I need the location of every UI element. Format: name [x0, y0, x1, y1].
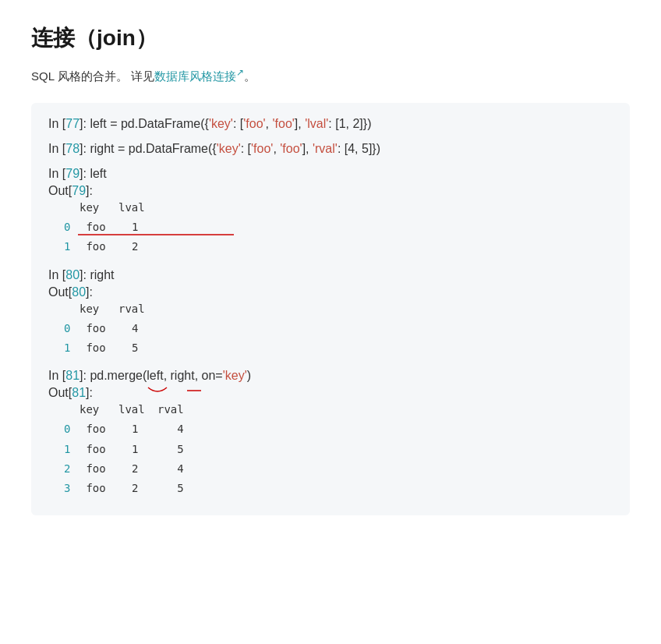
cell-81: In [81]: pd.merge(left, right, on='key')… [48, 369, 613, 498]
page-title: 连接（join） [31, 23, 630, 53]
prompt-80-in: In [80]: [48, 268, 90, 281]
prompt-78: In [78]: [48, 142, 90, 155]
out-81-label: Out[81]: [48, 386, 613, 400]
code-80: right [90, 268, 114, 281]
df-81-row-0: 0 foo 1 4 [64, 419, 613, 439]
intro-text: SQL 风格的合并。 详见 [31, 69, 154, 83]
code-81: pd.merge(left, right, on='key') [90, 369, 251, 382]
df-81-header: keylvalrval [64, 400, 613, 419]
df-80-header: keyrval [64, 299, 613, 319]
cell-77: In [77]: left = pd.DataFrame({'key': ['f… [48, 117, 613, 131]
code-section: In [77]: left = pd.DataFrame({'key': ['f… [31, 103, 630, 515]
cell-77-input: In [77]: left = pd.DataFrame({'key': ['f… [48, 117, 613, 131]
intro-end: 。 [244, 69, 256, 83]
merge-annotation-svg [140, 384, 296, 400]
df-81: keylvalrval 0 foo 1 4 1 foo 1 5 2 foo [48, 400, 613, 498]
df-79-row-1: 1 foo 2 [64, 237, 613, 257]
intro-paragraph: SQL 风格的合并。 详见数据库风格连接↗。 [31, 67, 630, 84]
cell-80: In [80]: right Out[80]: keyrval 0 foo 4 … [48, 268, 613, 359]
code-78: right = pd.DataFrame({'key': ['foo', 'fo… [90, 142, 380, 155]
prompt-81-in: In [81]: [48, 369, 90, 382]
code-79: left [90, 167, 106, 180]
cell-80-input: In [80]: right [48, 268, 613, 282]
df-80-row-1: 1 foo 5 [64, 338, 613, 358]
cell-80-output: Out[80]: keyrval 0 foo 4 1 foo 5 [48, 285, 613, 359]
cell-81-input: In [81]: pd.merge(left, right, on='key') [48, 369, 613, 383]
out-79-label: Out[79]: [48, 184, 613, 198]
out-80-label: Out[80]: [48, 285, 613, 299]
cell-78-input: In [78]: right = pd.DataFrame({'key': ['… [48, 142, 613, 156]
cell-78: In [78]: right = pd.DataFrame({'key': ['… [48, 142, 613, 156]
df-79-row-0: 0 foo 1 [64, 218, 613, 237]
prompt-79-in: In [79]: [48, 167, 90, 180]
df-81-row-2: 2 foo 2 4 [64, 459, 613, 479]
cell-79-input: In [79]: left [48, 167, 613, 181]
cell-79: In [79]: left Out[79]: keylval 0 foo 1 [48, 167, 613, 257]
df-79: keylval 0 foo 1 1 foo 2 [48, 198, 613, 257]
df-81-row-3: 3 foo 2 5 [64, 479, 613, 498]
df-79-header: keylval [64, 198, 613, 218]
prompt-77: In [77]: [48, 117, 90, 130]
cell-79-output: Out[79]: keylval 0 foo 1 1 foo [48, 184, 613, 257]
df-80-row-0: 0 foo 4 [64, 319, 613, 338]
df-81-row-1: 1 foo 1 5 [64, 440, 613, 459]
code-77: left = pd.DataFrame({'key': ['foo', 'foo… [90, 117, 371, 130]
cell-81-output: Out[81]: keylvalrval 0 foo 1 4 1 foo 1 5 [48, 386, 613, 498]
db-join-link[interactable]: 数据库风格连接↗ [154, 69, 244, 83]
red-underline-annotation [64, 232, 259, 239]
df-80: keyrval 0 foo 4 1 foo 5 [48, 299, 613, 359]
